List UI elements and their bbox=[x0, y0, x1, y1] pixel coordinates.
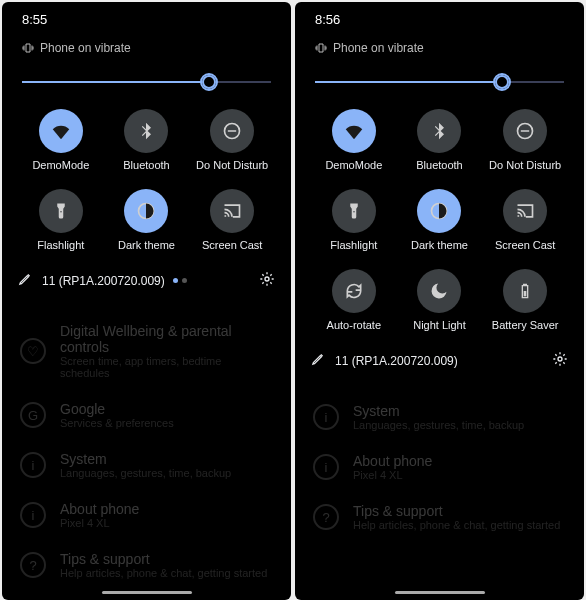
slider-thumb[interactable] bbox=[200, 73, 218, 91]
vibrate-indicator: Phone on vibrate bbox=[2, 31, 291, 65]
settings-row-icon: i bbox=[20, 452, 46, 478]
settings-row-title: Tips & support bbox=[353, 503, 560, 519]
settings-row-sub: Help articles, phone & chat, getting sta… bbox=[60, 567, 267, 579]
settings-row[interactable]: iAbout phonePixel 4 XL bbox=[18, 490, 275, 540]
qs-tile-label: Bluetooth bbox=[123, 159, 169, 171]
qs-tile-flashlight[interactable]: Flashlight bbox=[22, 189, 100, 251]
home-indicator[interactable] bbox=[395, 591, 485, 594]
qs-tile-label: Dark theme bbox=[411, 239, 468, 251]
settings-row-title: Digital Wellbeing & parental controls bbox=[60, 323, 273, 355]
brightness-slider-row bbox=[295, 65, 584, 97]
qs-tile-wifi[interactable]: DemoMode bbox=[315, 109, 393, 171]
home-indicator[interactable] bbox=[102, 591, 192, 594]
settings-row[interactable]: iAbout phonePixel 4 XL bbox=[311, 442, 568, 492]
settings-row-icon: i bbox=[313, 454, 339, 480]
qs-tile-flashlight[interactable]: Flashlight bbox=[315, 189, 393, 251]
edit-icon[interactable] bbox=[18, 272, 32, 289]
rotate-icon[interactable] bbox=[332, 269, 376, 313]
settings-row-title: About phone bbox=[60, 501, 139, 517]
darktheme-icon[interactable] bbox=[124, 189, 168, 233]
settings-row-sub: Languages, gestures, time, backup bbox=[353, 419, 524, 431]
settings-row-title: Google bbox=[60, 401, 174, 417]
dnd-icon[interactable] bbox=[503, 109, 547, 153]
slider-thumb[interactable] bbox=[493, 73, 511, 91]
settings-gear-icon[interactable] bbox=[259, 271, 275, 290]
status-time: 8:55 bbox=[2, 2, 291, 31]
settings-row-title: About phone bbox=[353, 453, 432, 469]
qs-tiles-grid: DemoModeBluetoothDo Not DisturbFlashligh… bbox=[295, 97, 584, 341]
settings-row-title: Tips & support bbox=[60, 551, 267, 567]
edit-icon[interactable] bbox=[311, 352, 325, 369]
qs-tile-cast[interactable]: Screen Cast bbox=[193, 189, 271, 251]
battery-icon[interactable] bbox=[503, 269, 547, 313]
vibrate-label: Phone on vibrate bbox=[333, 41, 424, 55]
settings-row-sub: Help articles, phone & chat, getting sta… bbox=[353, 519, 560, 531]
qs-tile-dnd[interactable]: Do Not Disturb bbox=[193, 109, 271, 171]
settings-row-sub: Services & preferences bbox=[60, 417, 174, 429]
qs-tile-label: Flashlight bbox=[330, 239, 377, 251]
qs-tile-bluetooth[interactable]: Bluetooth bbox=[401, 109, 479, 171]
settings-gear-icon[interactable] bbox=[552, 351, 568, 370]
settings-row-sub: Pixel 4 XL bbox=[60, 517, 139, 529]
qs-tile-darktheme[interactable]: Dark theme bbox=[108, 189, 186, 251]
svg-point-5 bbox=[558, 357, 562, 361]
flashlight-icon[interactable] bbox=[332, 189, 376, 233]
qs-footer: 11 (RP1A.200720.009) bbox=[295, 341, 584, 384]
build-label: 11 (RP1A.200720.009) bbox=[42, 274, 165, 288]
qs-tile-rotate[interactable]: Auto-rotate bbox=[315, 269, 393, 331]
qs-tile-label: Battery Saver bbox=[492, 319, 559, 331]
cast-icon[interactable] bbox=[503, 189, 547, 233]
settings-row[interactable]: ?Tips & supportHelp articles, phone & ch… bbox=[18, 540, 275, 590]
brightness-slider[interactable] bbox=[315, 73, 564, 91]
vibrate-icon bbox=[315, 42, 327, 54]
flashlight-icon[interactable] bbox=[39, 189, 83, 233]
settings-row-title: System bbox=[60, 451, 231, 467]
bluetooth-icon[interactable] bbox=[417, 109, 461, 153]
page-dots bbox=[173, 278, 187, 283]
settings-row-icon: ? bbox=[313, 504, 339, 530]
cast-icon[interactable] bbox=[210, 189, 254, 233]
dnd-icon[interactable] bbox=[210, 109, 254, 153]
settings-row-sub: Screen time, app timers, bedtime schedul… bbox=[60, 355, 273, 379]
settings-row[interactable]: GGoogleServices & preferences bbox=[18, 390, 275, 440]
bluetooth-icon[interactable] bbox=[124, 109, 168, 153]
settings-underlay: iSystemLanguages, gestures, time, backup… bbox=[295, 384, 584, 550]
qs-tile-moon[interactable]: Night Light bbox=[401, 269, 479, 331]
qs-tile-cast[interactable]: Screen Cast bbox=[486, 189, 564, 251]
settings-row[interactable]: iSystemLanguages, gestures, time, backup bbox=[311, 392, 568, 442]
wifi-icon[interactable] bbox=[39, 109, 83, 153]
qs-tile-label: Auto-rotate bbox=[327, 319, 381, 331]
settings-row-icon: ? bbox=[20, 552, 46, 578]
qs-tile-bluetooth[interactable]: Bluetooth bbox=[108, 109, 186, 171]
svg-point-2 bbox=[265, 277, 269, 281]
settings-row[interactable]: ?Tips & supportHelp articles, phone & ch… bbox=[311, 492, 568, 542]
qs-tiles-grid: DemoModeBluetoothDo Not DisturbFlashligh… bbox=[2, 97, 291, 261]
settings-underlay: ♡Digital Wellbeing & parental controlsSc… bbox=[2, 304, 291, 598]
qs-tile-label: Flashlight bbox=[37, 239, 84, 251]
qs-tile-wifi[interactable]: DemoMode bbox=[22, 109, 100, 171]
moon-icon[interactable] bbox=[417, 269, 461, 313]
qs-tile-label: Do Not Disturb bbox=[489, 159, 561, 171]
vibrate-label: Phone on vibrate bbox=[40, 41, 131, 55]
qs-tile-label: DemoMode bbox=[32, 159, 89, 171]
qs-tile-label: Bluetooth bbox=[416, 159, 462, 171]
settings-row-icon: i bbox=[313, 404, 339, 430]
darktheme-icon[interactable] bbox=[417, 189, 461, 233]
settings-row-icon: G bbox=[20, 402, 46, 428]
qs-tile-dnd[interactable]: Do Not Disturb bbox=[486, 109, 564, 171]
phone-left: 8:55 Phone on vibrate DemoModeBluetoothD… bbox=[2, 2, 291, 600]
qs-tile-label: Screen Cast bbox=[495, 239, 556, 251]
qs-tile-label: Night Light bbox=[413, 319, 466, 331]
settings-row[interactable]: ♡Digital Wellbeing & parental controlsSc… bbox=[18, 312, 275, 390]
settings-row[interactable]: iSystemLanguages, gestures, time, backup bbox=[18, 440, 275, 490]
settings-row-sub: Languages, gestures, time, backup bbox=[60, 467, 231, 479]
qs-tile-label: Screen Cast bbox=[202, 239, 263, 251]
qs-tile-battery[interactable]: Battery Saver bbox=[486, 269, 564, 331]
wifi-icon[interactable] bbox=[332, 109, 376, 153]
qs-tile-label: DemoMode bbox=[325, 159, 382, 171]
brightness-slider[interactable] bbox=[22, 73, 271, 91]
phone-right: 8:56 Phone on vibrate DemoModeBluetoothD… bbox=[295, 2, 584, 600]
qs-footer: 11 (RP1A.200720.009) bbox=[2, 261, 291, 304]
qs-tile-darktheme[interactable]: Dark theme bbox=[401, 189, 479, 251]
qs-tile-label: Do Not Disturb bbox=[196, 159, 268, 171]
